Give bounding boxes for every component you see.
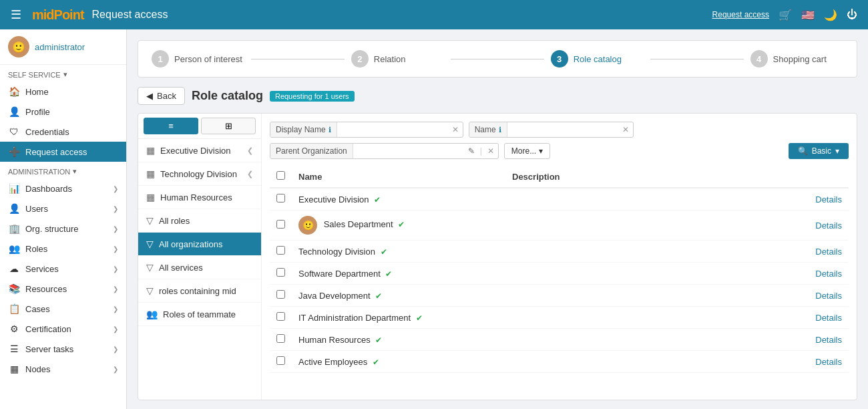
- left-menu-roles-teammate[interactable]: 👥 Roles of teammate: [138, 303, 261, 326]
- row-name: Executive Division ✔: [292, 188, 505, 211]
- sidebar-item-roles[interactable]: 👥 Roles ❯: [0, 239, 126, 259]
- clear-display-name[interactable]: ✕: [448, 122, 463, 137]
- sidebar-label-request-access: Request access: [25, 147, 87, 157]
- language-icon[interactable]: 🇺🇸: [801, 9, 815, 21]
- details-link[interactable]: Details: [815, 269, 842, 279]
- clear-parent-org[interactable]: ✕: [483, 144, 498, 158]
- step-label-2: Relation: [374, 54, 406, 64]
- more-filters-button[interactable]: More... ▾: [504, 143, 550, 159]
- left-menu-label-hr: Human Resources: [160, 192, 232, 202]
- clear-name[interactable]: ✕: [618, 122, 633, 137]
- left-menu-label-all-services: All services: [159, 263, 203, 273]
- verified-icon: ✔: [416, 313, 423, 323]
- row-checkbox[interactable]: [276, 356, 285, 365]
- parent-org-input[interactable]: [353, 144, 464, 158]
- chevron-right-icon: ❯: [113, 305, 118, 313]
- details-link[interactable]: Details: [815, 194, 842, 204]
- role-catalog-header: ◀ Back Role catalog Requesting for 1 use…: [138, 87, 857, 105]
- admin-chevron: ▾: [73, 167, 77, 176]
- org-block-icon: ▦: [146, 168, 155, 179]
- sidebar-item-users[interactable]: 👤 Users ❯: [0, 198, 126, 219]
- verified-icon: ✔: [381, 247, 387, 257]
- row-checkbox[interactable]: [276, 246, 285, 255]
- left-menu-technology[interactable]: ▦ Technology Division ❮: [138, 162, 261, 186]
- sidebar-item-resources[interactable]: 📚 Resources ❯: [0, 279, 126, 299]
- view-toggle: ≡ ⊞: [138, 114, 261, 139]
- sidebar-item-nodes[interactable]: ▦ Nodes ❯: [0, 359, 126, 379]
- row-name: Software Department ✔: [292, 263, 505, 285]
- nodes-icon: ▦: [8, 364, 20, 374]
- row-checkbox[interactable]: [276, 220, 285, 229]
- parent-org-filter: Parent Organization ✎ | ✕: [270, 143, 499, 159]
- left-menu-executive[interactable]: ▦ Executive Division ❮: [138, 139, 261, 162]
- row-checkbox[interactable]: [276, 312, 285, 321]
- left-menu-label-technology: Technology Division: [160, 169, 237, 179]
- details-link[interactable]: Details: [815, 291, 842, 301]
- name-input[interactable]: [507, 122, 618, 137]
- left-menu-all-services[interactable]: ▽ All services: [138, 256, 261, 279]
- left-menu-label-roles-containing: roles containing mid: [159, 286, 236, 296]
- power-icon[interactable]: ⏻: [847, 9, 857, 21]
- display-name-input[interactable]: [337, 122, 448, 137]
- left-menu-roles-containing[interactable]: ▽ roles containing mid: [138, 279, 261, 303]
- back-arrow-icon: ◀: [146, 91, 153, 101]
- verified-icon: ✔: [375, 335, 382, 345]
- dark-mode-icon[interactable]: 🌙: [824, 9, 837, 21]
- sidebar-item-credentials[interactable]: 🛡 Credentials: [0, 122, 126, 142]
- left-menu-all-orgs[interactable]: ▽ All organizations: [138, 233, 261, 256]
- sidebar-item-cases[interactable]: 📋 Cases ❯: [0, 299, 126, 319]
- username[interactable]: administrator: [35, 42, 85, 52]
- row-description: [505, 263, 713, 285]
- grid-view-button[interactable]: ⊞: [201, 118, 256, 134]
- select-all-checkbox[interactable]: [276, 171, 285, 180]
- dropdown-arrow-icon: ▾: [539, 146, 543, 156]
- edit-parent-org-icon[interactable]: ✎: [464, 144, 479, 158]
- back-button[interactable]: ◀ Back: [138, 87, 185, 105]
- filter-icon: ▽: [146, 262, 154, 273]
- name-label: Name ℹ: [469, 122, 507, 137]
- search-button[interactable]: 🔍 Basic ▾: [789, 143, 849, 159]
- row-checkbox[interactable]: [276, 194, 285, 202]
- sidebar-item-dashboards[interactable]: 📊 Dashboards ❯: [0, 178, 126, 198]
- sidebar-item-profile[interactable]: 👤 Profile: [0, 102, 126, 122]
- left-menu-all-roles[interactable]: ▽ All roles: [138, 209, 261, 233]
- request-access-link[interactable]: Request access: [712, 10, 769, 19]
- info-icon: ℹ: [329, 126, 331, 134]
- home-icon: 🏠: [8, 86, 20, 97]
- filter-icon: ▽: [146, 239, 154, 249]
- table-row: 🙂 Sales Department ✔ Details: [270, 211, 849, 241]
- details-link[interactable]: Details: [815, 335, 842, 345]
- sidebar-item-server-tasks[interactable]: ☰ Server tasks ❯: [0, 339, 126, 359]
- sidebar-item-services[interactable]: ☁ Services ❯: [0, 259, 126, 279]
- topnav: ☰ midPoint Request access Request access…: [0, 0, 868, 29]
- row-checkbox[interactable]: [276, 334, 285, 343]
- chevron-right-icon: ❯: [113, 205, 118, 213]
- row-checkbox[interactable]: [276, 268, 285, 277]
- cart-icon[interactable]: 🛒: [779, 9, 792, 21]
- filter-row: Display Name ℹ ✕ Name ℹ ✕: [270, 122, 849, 159]
- page-title: Request access: [92, 9, 704, 21]
- step-num-2: 2: [351, 50, 369, 67]
- sidebar-item-org-structure[interactable]: 🏢 Org. structure ❯: [0, 219, 126, 239]
- sidebar-item-request-access[interactable]: ➕ Request access: [0, 142, 126, 162]
- details-link[interactable]: Details: [815, 247, 842, 257]
- row-checkbox[interactable]: [276, 290, 285, 299]
- details-link[interactable]: Details: [815, 357, 842, 367]
- row-description: [505, 211, 713, 241]
- hamburger-icon[interactable]: ☰: [11, 7, 21, 22]
- cases-icon: 📋: [8, 303, 20, 314]
- verified-icon: ✔: [385, 269, 392, 279]
- details-link[interactable]: Details: [815, 221, 842, 231]
- display-name-label: Display Name ℹ: [270, 122, 337, 137]
- details-link[interactable]: Details: [815, 313, 842, 323]
- logo: midPoint: [32, 7, 84, 23]
- wizard-step-3: 3 Role catalog: [551, 50, 644, 67]
- chevron-left-icon: ❮: [247, 146, 253, 155]
- search-dropdown-icon: ▾: [835, 146, 839, 156]
- info-icon: ℹ: [499, 126, 501, 134]
- main-content: 1 Person of interest 2 Relation 3 Role c…: [127, 29, 868, 409]
- left-menu-hr[interactable]: ▦ Human Resources: [138, 186, 261, 209]
- list-view-button[interactable]: ≡: [144, 118, 198, 134]
- sidebar-item-certification[interactable]: ⚙ Certification ❯: [0, 319, 126, 339]
- sidebar-item-home[interactable]: 🏠 Home: [0, 82, 126, 102]
